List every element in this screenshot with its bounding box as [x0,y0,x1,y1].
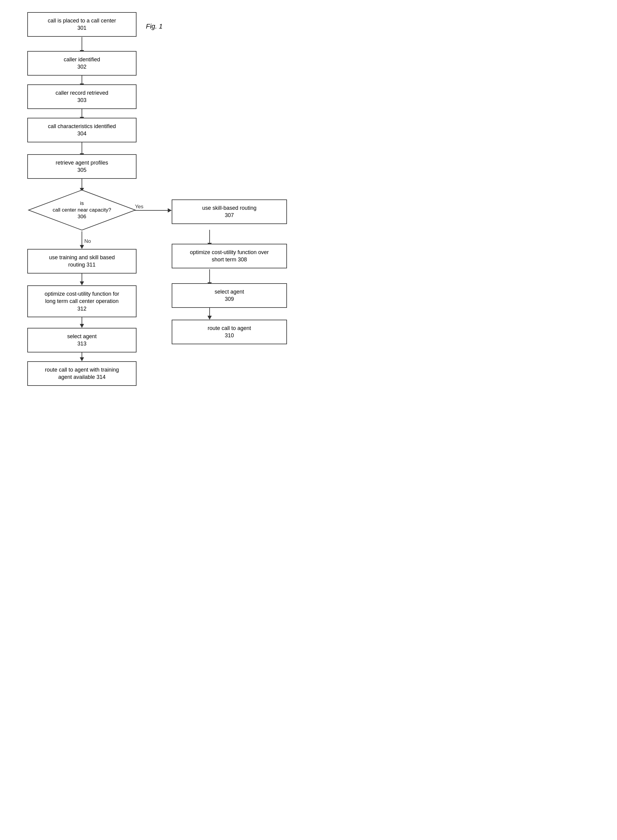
node-302-label: caller identified 302 [64,56,100,70]
node-301: call is placed to a call center 301 [27,12,136,37]
node-304-label: call characteristics identified 304 [48,123,116,137]
node-306-label: iscall center near capacity?306 [52,200,112,220]
node-303-label: caller record retrieved 303 [56,90,108,103]
node-310: route call to agent 310 [172,319,287,344]
node-307: use skill-based routing 307 [172,200,287,224]
node-306-container: iscall center near capacity?306 [27,189,136,231]
node-303: caller record retrieved 303 [27,84,136,109]
node-312-label: optimize cost-utility function for long … [44,291,119,312]
flowchart: Yes No call is placed to a call center 3… [0,0,308,36]
node-312: optimize cost-utility function for long … [27,285,136,317]
node-307-label: use skill-based routing 307 [202,205,256,218]
node-302: caller identified 302 [27,51,136,75]
node-304: call characteristics identified 304 [27,118,136,142]
node-308-label: optimize cost-utility function over shor… [190,249,269,263]
node-314-label: route call to agent with training agent … [45,367,119,380]
node-310-label: route call to agent 310 [208,325,251,339]
svg-marker-27 [80,357,84,361]
figure-caption: Fig. 1 [146,22,162,30]
node-309-label: select agent 309 [214,289,244,302]
node-305: retrieve agent profiles 305 [27,154,136,179]
node-311: use training and skill based routing 311 [27,249,136,274]
svg-text:No: No [84,238,91,244]
node-313: select agent 313 [27,328,136,352]
node-313-label: select agent 313 [67,333,96,347]
node-311-label: use training and skill based routing 311 [49,254,115,268]
svg-marker-11 [168,208,172,213]
svg-marker-21 [208,316,212,319]
node-308: optimize cost-utility function over shor… [172,244,287,268]
svg-marker-25 [80,324,84,328]
node-314: route call to agent with training agent … [27,361,136,386]
svg-marker-23 [80,281,84,285]
svg-marker-14 [80,245,84,249]
node-309: select agent 309 [172,283,287,308]
node-301-label: call is placed to a call center 301 [48,18,116,31]
node-305-label: retrieve agent profiles 305 [56,160,108,173]
